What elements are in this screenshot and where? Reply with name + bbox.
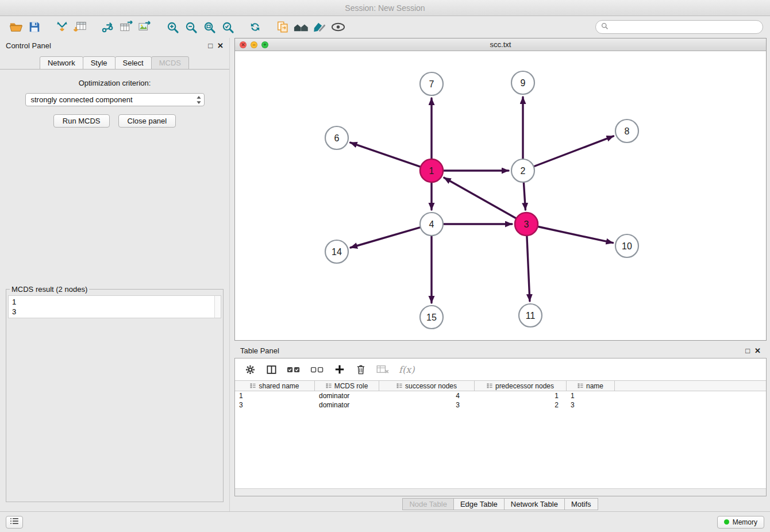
cytoscape-home-icon[interactable]: [292, 18, 310, 36]
table-cell[interactable]: 3: [235, 400, 315, 410]
network-window: ✕−+ scc.txt 7968124314101511: [234, 38, 767, 341]
show-columns-icon[interactable]: [265, 364, 277, 375]
column-sort-icon: [396, 382, 402, 390]
import-network-icon[interactable]: [53, 18, 71, 36]
import-table-icon[interactable]: [71, 18, 90, 36]
edge-4-14[interactable]: [351, 228, 420, 248]
tab-network[interactable]: Network: [40, 56, 83, 70]
search-field[interactable]: [595, 20, 763, 34]
column-header-predecessor-nodes[interactable]: predecessor nodes: [475, 381, 567, 391]
right-column: ✕−+ scc.txt 7968124314101511 Table Panel…: [234, 38, 767, 511]
window-traffic-lights: ✕−+: [240, 41, 268, 48]
table-cell[interactable]: 3: [379, 400, 475, 410]
close-table-panel-icon[interactable]: ✕: [754, 346, 761, 355]
column-header-shared-name[interactable]: shared name: [235, 381, 315, 391]
close-panel-button[interactable]: Close panel: [118, 114, 176, 128]
control-panel-title: Control Panel: [6, 41, 51, 50]
zoom-in-icon[interactable]: [163, 18, 182, 36]
main-toolbar-icons: [7, 18, 347, 36]
float-table-panel-icon[interactable]: □: [745, 346, 750, 355]
result-scrollbar[interactable]: [214, 296, 221, 318]
show-hide-icon[interactable]: [329, 18, 347, 36]
table-row[interactable]: 3dominator323: [235, 400, 766, 410]
run-mcds-button[interactable]: Run MCDS: [53, 114, 110, 128]
tab-style[interactable]: Style: [83, 56, 116, 70]
export-table-icon[interactable]: [117, 18, 136, 36]
table-cell[interactable]: 1: [235, 391, 315, 400]
node-label-9: 9: [521, 78, 526, 88]
search-icon: [601, 22, 609, 32]
column-header-name[interactable]: name: [567, 381, 615, 391]
minimize-window-icon[interactable]: −: [251, 41, 257, 48]
table-cell[interactable]: 1: [567, 391, 615, 400]
memory-status-icon: [724, 519, 729, 525]
node-label-8: 8: [625, 126, 630, 136]
float-panel-icon[interactable]: □: [208, 41, 213, 50]
tab-node-table[interactable]: Node Table: [402, 498, 454, 510]
control-panel: Control Panel □ ✕ NetworkStyleSelectMCDS…: [0, 38, 230, 511]
node-label-2: 2: [521, 166, 526, 176]
window-titlebar[interactable]: Session: New Session: [0, 0, 770, 16]
edge-2-3[interactable]: [523, 183, 525, 210]
window-title: Session: New Session: [345, 3, 425, 13]
unselect-all-icon[interactable]: [310, 365, 324, 374]
node-label-1: 1: [429, 166, 434, 176]
add-column-icon[interactable]: [334, 364, 345, 375]
control-panel-tabs: NetworkStyleSelectMCDS: [0, 53, 229, 70]
edge-3-11[interactable]: [527, 236, 530, 301]
zoom-out-icon[interactable]: [182, 18, 200, 36]
table-settings-icon[interactable]: [244, 364, 256, 375]
table-horizontal-scrollbar[interactable]: [235, 488, 766, 496]
tab-network-table[interactable]: Network Table: [504, 498, 565, 510]
table-cell[interactable]: 4: [379, 391, 475, 400]
chevron-updown-icon: [196, 95, 202, 105]
mcds-result-list[interactable]: 13: [8, 295, 221, 318]
network-canvas[interactable]: 7968124314101511: [235, 51, 766, 340]
table-row[interactable]: 1dominator411: [235, 391, 766, 400]
close-panel-icon[interactable]: ✕: [217, 41, 224, 50]
open-session-icon[interactable]: [7, 18, 25, 36]
table-cell[interactable]: 2: [475, 400, 567, 410]
export-network-icon[interactable]: [99, 18, 117, 36]
tab-edge-table[interactable]: Edge Table: [453, 498, 505, 510]
zoom-selected-icon[interactable]: [218, 18, 237, 36]
edge-1-6[interactable]: [351, 142, 421, 167]
edge-3-10[interactable]: [538, 227, 613, 243]
copy-view-icon[interactable]: [274, 18, 292, 36]
column-header-successor-nodes[interactable]: successor nodes: [379, 381, 475, 391]
node-label-14: 14: [332, 247, 342, 257]
function-builder-icon: f(x): [399, 364, 414, 375]
zoom-window-icon[interactable]: +: [261, 41, 268, 48]
delete-column-icon[interactable]: [355, 364, 367, 375]
node-label-4: 4: [429, 219, 434, 229]
task-history-button[interactable]: [6, 516, 23, 529]
tab-mcds[interactable]: MCDS: [151, 56, 189, 70]
memory-button[interactable]: Memory: [717, 516, 764, 529]
mcds-panel: Optimization criterion: strongly connect…: [0, 70, 229, 511]
edge-2-8[interactable]: [534, 136, 614, 167]
table-panel: Table Panel □ ✕ f(x) shared nameMCDS rol…: [234, 343, 767, 511]
search-input[interactable]: [611, 23, 757, 32]
control-panel-header: Control Panel □ ✕: [0, 38, 229, 53]
close-window-icon[interactable]: ✕: [240, 41, 247, 48]
mcds-result-title: MCDS result (2 nodes): [10, 285, 89, 294]
zoom-fit-icon[interactable]: [200, 18, 218, 36]
table-cell[interactable]: 1: [475, 391, 567, 400]
apply-layout-icon[interactable]: [246, 18, 264, 36]
criterion-select[interactable]: strongly connected component: [25, 93, 205, 106]
table-cell[interactable]: dominator: [315, 400, 379, 410]
table-cell[interactable]: 3: [567, 400, 615, 410]
column-header-mcds-role[interactable]: MCDS role: [315, 381, 379, 391]
select-all-icon[interactable]: [287, 365, 301, 374]
column-label: name: [586, 382, 603, 390]
export-image-icon[interactable]: [136, 18, 154, 36]
tab-select[interactable]: Select: [115, 56, 152, 70]
edge-3-1[interactable]: [444, 178, 516, 218]
annotation-icon[interactable]: [310, 18, 329, 36]
save-session-icon[interactable]: [25, 18, 44, 36]
criterion-select-value: strongly connected component: [31, 95, 133, 104]
table-cell[interactable]: dominator: [315, 391, 379, 400]
delete-table-icon: [376, 365, 389, 374]
tab-motifs[interactable]: Motifs: [564, 498, 598, 510]
network-window-titlebar[interactable]: ✕−+ scc.txt: [235, 38, 766, 51]
